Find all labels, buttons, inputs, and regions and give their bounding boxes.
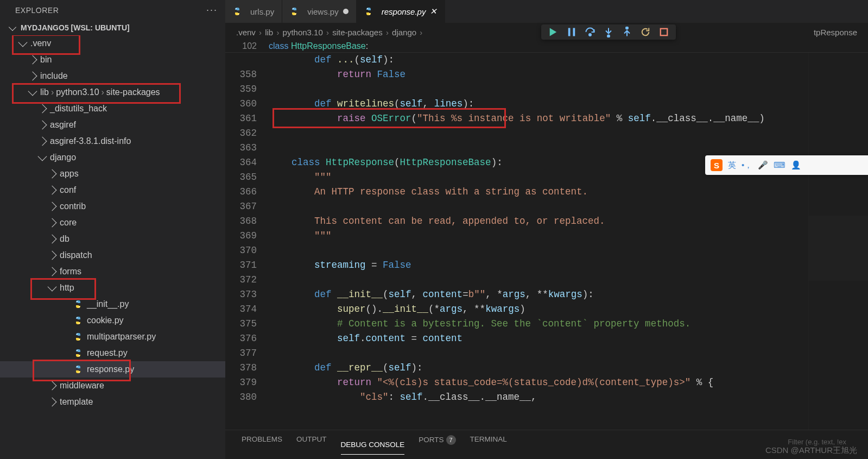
editor-tab[interactable]: response.py✕: [357, 0, 446, 23]
file-item[interactable]: request.py: [0, 345, 225, 361]
code-line[interactable]: [269, 243, 868, 258]
file-item[interactable]: response.py: [0, 361, 225, 378]
code-line[interactable]: [269, 346, 868, 361]
code-line[interactable]: def writelines(self, lines):: [269, 97, 868, 111]
debug-step-over-icon[interactable]: [585, 27, 595, 37]
ime-keyboard-icon[interactable]: ⌨: [774, 160, 785, 170]
chevron-down-icon[interactable]: [18, 38, 28, 47]
folder-item[interactable]: middleware: [0, 378, 225, 394]
code-line[interactable]: def __init__(self, content=b"", *args, *…: [269, 287, 868, 302]
folder-item[interactable]: dispatch: [0, 247, 225, 263]
panel-tab[interactable]: PROBLEMS: [242, 435, 282, 455]
panel-tab[interactable]: OUTPUT: [296, 435, 327, 455]
folder-item[interactable]: template: [0, 394, 225, 410]
folder-item[interactable]: conf: [0, 182, 225, 198]
folder-item[interactable]: _distutils_hack: [0, 100, 225, 117]
code-line[interactable]: self.content = content: [269, 331, 868, 346]
ime-mic-icon[interactable]: 🎤: [758, 160, 768, 170]
panel-filter-placeholder[interactable]: Filter (e.g. text, !ex: [788, 438, 846, 446]
ime-language[interactable]: 英: [728, 160, 736, 171]
chevron-right-icon[interactable]: [48, 381, 57, 391]
folder-item[interactable]: apps: [0, 166, 225, 182]
chevron-right-icon[interactable]: [28, 55, 37, 65]
code-line[interactable]: [269, 141, 868, 155]
debug-continue-icon[interactable]: [548, 27, 559, 37]
file-item[interactable]: __init__.py: [0, 296, 225, 312]
code-line[interactable]: This content can be read, appended to, o…: [269, 214, 868, 229]
debug-step-out-icon[interactable]: [622, 27, 632, 37]
folder-item[interactable]: .venv: [0, 35, 225, 52]
chevron-right-icon[interactable]: [48, 251, 57, 260]
folder-item[interactable]: include: [0, 68, 225, 84]
chevron-right-icon[interactable]: [48, 218, 57, 228]
chevron-right-icon[interactable]: [38, 121, 47, 130]
editor-tab[interactable]: urls.py: [225, 0, 282, 23]
close-tab-icon[interactable]: ✕: [430, 7, 437, 16]
code-line[interactable]: def __repr__(self):: [269, 361, 868, 375]
debug-restart-icon[interactable]: [640, 27, 651, 37]
folder-item[interactable]: core: [0, 215, 225, 231]
panel-tab[interactable]: DEBUG CONSOLE: [341, 441, 405, 455]
editor-tab[interactable]: views.py: [282, 0, 357, 23]
chevron-right-icon[interactable]: [38, 137, 47, 146]
code-line[interactable]: """: [269, 229, 868, 243]
minimap-thumb[interactable]: [809, 216, 868, 281]
code-line[interactable]: An HTTP response class with a string as …: [269, 185, 868, 199]
folder-item[interactable]: django: [0, 149, 225, 166]
code-line[interactable]: [269, 126, 868, 141]
code-line[interactable]: return False: [269, 67, 868, 82]
workspace-root[interactable]: MYDJANGO5 [WSL: UBUNTU]: [0, 20, 225, 35]
minimap[interactable]: [808, 53, 868, 430]
folder-item[interactable]: lib›python3.10›site-packages: [0, 84, 225, 100]
chevron-right-icon[interactable]: [38, 104, 47, 114]
breadcrumb-segment[interactable]: site-packages: [332, 28, 383, 37]
sticky-scroll[interactable]: 102 class HttpResponseBase:: [225, 41, 868, 53]
breadcrumb-segment[interactable]: .venv: [236, 28, 256, 37]
panel-tab[interactable]: TERMINAL: [470, 435, 507, 455]
chevron-right-icon[interactable]: [48, 235, 57, 244]
debug-step-into-icon[interactable]: [603, 27, 614, 37]
folder-item[interactable]: db: [0, 231, 225, 247]
code-editor[interactable]: def ...(self):358 return False359360 def…: [225, 53, 868, 430]
code-line[interactable]: [269, 199, 868, 214]
ime-person-icon[interactable]: 👤: [791, 160, 801, 170]
debug-stop-icon[interactable]: [658, 27, 669, 37]
chevron-down-icon[interactable]: [48, 282, 57, 292]
chevron-right-icon[interactable]: [48, 186, 57, 195]
folder-item[interactable]: http: [0, 280, 225, 296]
code-line[interactable]: super().__init__(*args, **kwargs): [269, 302, 868, 317]
tree-item-label: cookie.py: [87, 316, 124, 325]
file-item[interactable]: multipartparser.py: [0, 329, 225, 345]
folder-item[interactable]: asgiref-3.8.1.dist-info: [0, 133, 225, 149]
chevron-down-icon[interactable]: [38, 152, 47, 161]
chevron-right-icon[interactable]: [28, 72, 37, 81]
sogou-icon[interactable]: S: [711, 159, 723, 171]
panel-tab[interactable]: PORTS7: [419, 435, 455, 455]
breadcrumb-segment[interactable]: python3.10: [283, 28, 323, 37]
code-line[interactable]: return "<%(cls)s status_code=%(status_co…: [269, 375, 868, 390]
folder-item[interactable]: forms: [0, 263, 225, 280]
chevron-right-icon[interactable]: [48, 398, 57, 407]
folder-item[interactable]: bin: [0, 52, 225, 68]
code-line[interactable]: "cls": self.__class__.__name__,: [269, 390, 868, 405]
chevron-right-icon[interactable]: [48, 202, 57, 211]
ime-toolbar[interactable]: S 英 •， 🎤 ⌨ 👤: [705, 155, 868, 175]
folder-item[interactable]: contrib: [0, 198, 225, 215]
chevron-down-icon[interactable]: [28, 87, 37, 96]
breadcrumb[interactable]: .venv › lib › python3.10 › site-packages…: [225, 23, 868, 41]
debug-pause-icon[interactable]: [566, 27, 577, 37]
chevron-right-icon[interactable]: [48, 267, 57, 276]
code-line[interactable]: def ...(self):: [269, 53, 868, 67]
breadcrumb-segment[interactable]: django: [392, 28, 416, 37]
code-line[interactable]: [269, 273, 868, 287]
explorer-more-icon[interactable]: ···: [206, 4, 218, 16]
ime-punct[interactable]: •，: [742, 160, 752, 171]
code-line[interactable]: streaming = False: [269, 258, 868, 273]
code-line[interactable]: [269, 82, 868, 97]
code-line[interactable]: raise OSError("This %s instance is not w…: [269, 111, 868, 126]
code-line[interactable]: # Content is a bytestring. See the `cont…: [269, 317, 868, 331]
file-item[interactable]: cookie.py: [0, 312, 225, 329]
breadcrumb-segment[interactable]: lib: [265, 28, 273, 37]
folder-item[interactable]: asgiref: [0, 117, 225, 133]
chevron-right-icon[interactable]: [48, 169, 57, 179]
